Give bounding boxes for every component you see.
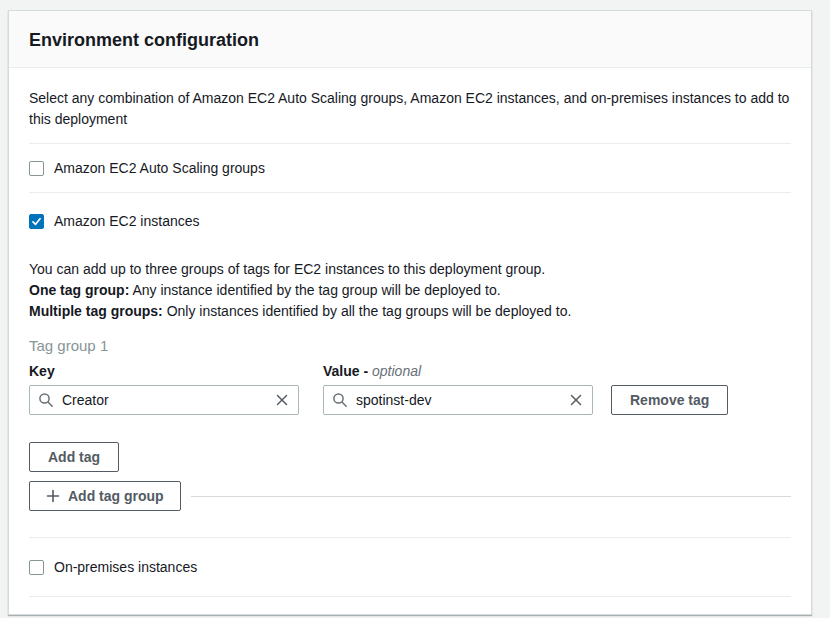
add-tag-group-row: Add tag group xyxy=(29,481,791,511)
page: Environment configuration Select any com… xyxy=(0,0,830,618)
close-icon xyxy=(275,393,289,407)
tag-value-label-text: Value - xyxy=(323,363,372,379)
tag-help-text: You can add up to three groups of tags f… xyxy=(29,259,791,322)
tag-help-line3: Multiple tag groups: Only instances iden… xyxy=(29,301,791,322)
tag-help-line2-text: Any instance identified by the tag group… xyxy=(129,282,500,298)
remove-tag-button[interactable]: Remove tag xyxy=(611,385,728,415)
tag-help-line2: One tag group: Any instance identified b… xyxy=(29,280,791,301)
checkmark-icon xyxy=(31,216,42,227)
add-tag-group-button[interactable]: Add tag group xyxy=(29,481,181,511)
divider xyxy=(29,192,791,193)
ec2-instances-label: Amazon EC2 instances xyxy=(54,212,200,230)
auto-scaling-groups-label: Amazon EC2 Auto Scaling groups xyxy=(54,159,265,177)
add-tag-button[interactable]: Add tag xyxy=(29,442,119,472)
divider xyxy=(29,143,791,144)
clear-key-button[interactable] xyxy=(271,389,293,411)
divider xyxy=(29,596,791,597)
on-premises-label: On-premises instances xyxy=(54,558,197,576)
environment-configuration-panel: Environment configuration Select any com… xyxy=(8,10,812,615)
clear-value-button[interactable] xyxy=(565,389,587,411)
close-icon xyxy=(569,393,583,407)
tag-key-input[interactable] xyxy=(29,385,299,415)
tag-help-line3-term: Multiple tag groups: xyxy=(29,303,163,319)
ec2-instances-checkbox[interactable] xyxy=(29,214,44,229)
checkbox-row-on-premises: On-premises instances xyxy=(29,558,791,576)
tag-key-label: Key xyxy=(29,362,299,380)
tag-value-optional-text: optional xyxy=(372,363,421,379)
on-premises-checkbox[interactable] xyxy=(29,560,44,575)
add-tag-group-label: Add tag group xyxy=(68,488,164,504)
tag-help-line3-text: Only instances identified by all the tag… xyxy=(163,303,572,319)
auto-scaling-groups-checkbox[interactable] xyxy=(29,161,44,176)
tag-fields-row: Key xyxy=(29,362,791,415)
tag-group-title: Tag group 1 xyxy=(29,336,791,356)
tag-help-line1: You can add up to three groups of tags f… xyxy=(29,259,791,280)
tag-value-input-wrap xyxy=(323,385,593,415)
tag-help-line2-term: One tag group: xyxy=(29,282,129,298)
checkbox-row-ec2-instances: Amazon EC2 instances xyxy=(29,212,791,230)
panel-header: Environment configuration xyxy=(9,11,811,68)
divider xyxy=(29,537,791,538)
tag-value-input[interactable] xyxy=(323,385,593,415)
tag-value-field: Value - optional xyxy=(323,362,593,415)
panel-title: Environment configuration xyxy=(29,28,791,52)
panel-description: Select any combination of Amazon EC2 Aut… xyxy=(29,88,791,130)
checkbox-row-auto-scaling-groups: Amazon EC2 Auto Scaling groups xyxy=(29,159,791,177)
panel-body: Select any combination of Amazon EC2 Aut… xyxy=(9,68,811,614)
tag-key-input-wrap xyxy=(29,385,299,415)
plus-icon xyxy=(46,489,60,503)
tag-value-label: Value - optional xyxy=(323,362,593,380)
tag-key-field: Key xyxy=(29,362,299,415)
divider xyxy=(191,496,791,497)
